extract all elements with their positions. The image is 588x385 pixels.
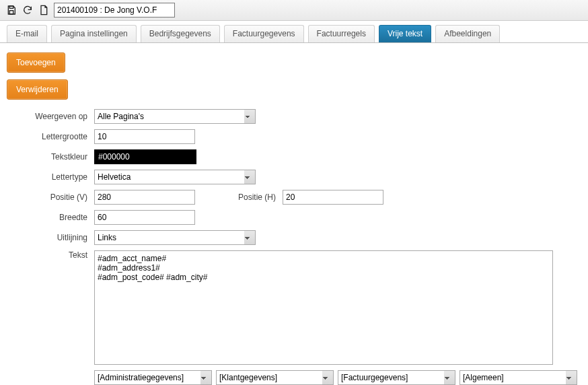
tab-free-text[interactable]: Vrije tekst xyxy=(379,25,431,42)
label-width: Breedte xyxy=(7,213,94,222)
svg-rect-1 xyxy=(9,11,13,14)
label-font: Lettertype xyxy=(7,172,94,182)
tab-company-data[interactable]: Bedrijfsgegevens xyxy=(141,25,220,42)
save-icon[interactable] xyxy=(5,4,17,16)
align-select[interactable]: Links xyxy=(94,230,256,245)
general-select[interactable]: [Algemeen] xyxy=(460,370,577,385)
pos-h-input[interactable] xyxy=(283,190,383,205)
form-panel: Toevoegen Verwijderen Weergeven op Alle … xyxy=(0,43,588,385)
label-align: Uitlijning xyxy=(7,233,94,242)
label-show-on: Weergeven op xyxy=(7,112,94,121)
font-select[interactable]: Helvetica xyxy=(94,170,256,184)
text-color-field[interactable]: #000000 xyxy=(94,149,196,164)
delete-button[interactable]: Verwijderen xyxy=(7,79,68,100)
record-selector[interactable]: 201400109 : De Jong V.O.F xyxy=(54,3,175,18)
customer-data-select[interactable]: [Klantgegevens] xyxy=(216,370,334,385)
invoice-data-select[interactable]: [Factuurgegevens] xyxy=(338,370,455,385)
tab-invoice-data[interactable]: Factuurgegevens xyxy=(224,25,304,42)
tab-email[interactable]: E-mail xyxy=(7,25,47,42)
label-pos-v: Positie (V) xyxy=(7,193,94,202)
svg-rect-0 xyxy=(9,6,13,8)
show-on-select[interactable]: Alle Pagina's xyxy=(94,109,256,124)
pos-v-input[interactable] xyxy=(94,190,195,205)
font-size-input[interactable] xyxy=(94,129,195,144)
width-input[interactable] xyxy=(94,210,195,225)
label-pos-h: Positie (H) xyxy=(215,193,283,202)
label-font-size: Lettergrootte xyxy=(7,132,94,141)
tab-images[interactable]: Afbeeldingen xyxy=(435,25,500,42)
label-text: Tekst xyxy=(7,250,94,260)
top-toolbar: 201400109 : De Jong V.O.F xyxy=(0,0,588,21)
tab-page-settings[interactable]: Pagina instellingen xyxy=(51,25,137,42)
refresh-icon[interactable] xyxy=(22,4,34,16)
tab-strip: E-mail Pagina instellingen Bedrijfsgegev… xyxy=(0,21,588,43)
add-button[interactable]: Toevoegen xyxy=(7,53,65,73)
admin-data-select[interactable]: [Administratiegegevens] xyxy=(94,370,212,385)
new-document-icon[interactable] xyxy=(38,4,50,16)
label-text-color: Tekstkleur xyxy=(7,152,94,162)
text-textarea[interactable] xyxy=(94,250,553,365)
tab-invoice-lines[interactable]: Factuurregels xyxy=(308,25,375,42)
